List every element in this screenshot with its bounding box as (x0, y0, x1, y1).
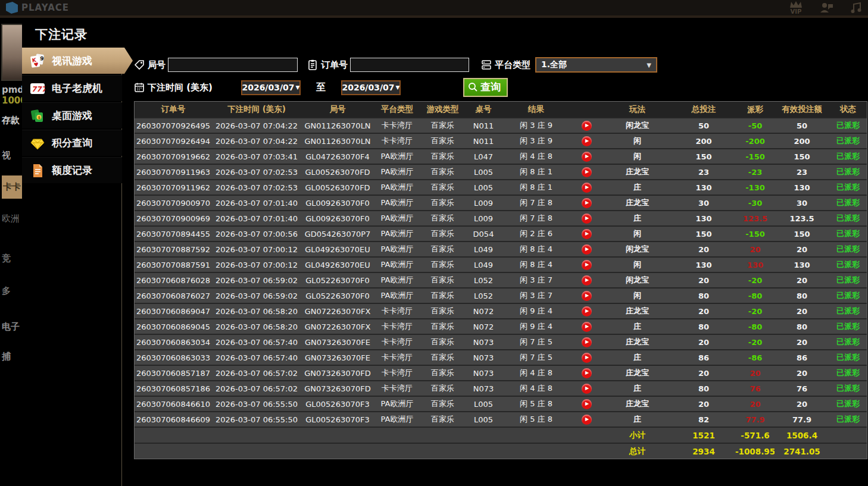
play-video-button[interactable]: ▶ (582, 353, 592, 363)
cell-play-type: 闲龙宝 (603, 117, 672, 133)
play-video-button[interactable]: ▶ (582, 399, 592, 409)
play-video-button[interactable]: ▶ (582, 183, 592, 193)
play-video-button[interactable]: ▶ (582, 198, 592, 208)
sidebar-item-1[interactable]: 9K♥视讯游戏 (22, 48, 133, 74)
cell-result: 闲 5 庄 8 (502, 396, 570, 411)
cell-round-id: GL009263070F0 (301, 195, 374, 210)
cell-order-id: 260307070887592 (135, 241, 212, 256)
date-to-picker[interactable]: 2026/03/07▼ (341, 80, 401, 95)
cell-valid-bet: 20 (775, 334, 829, 349)
play-video-button[interactable]: ▶ (582, 306, 592, 316)
cell-payout: 130 (736, 256, 775, 272)
play-video-button[interactable]: ▶ (582, 214, 592, 224)
play-video-button[interactable]: ▶ (582, 337, 592, 347)
music-icon[interactable] (850, 2, 862, 14)
cell-result: 闲 3 庄 7 (502, 272, 570, 287)
play-video-button[interactable]: ▶ (582, 244, 592, 255)
bet-records-table: 订单号下注时间 (美东)局号平台类型游戏类型桌号结果玩法总投注派彩有效投注额状态… (134, 101, 867, 459)
cell-play-type: 庄 (603, 380, 672, 396)
column-header-valid-bet: 有效投注额 (775, 102, 829, 117)
cell-play-type: 庄龙宝 (603, 396, 672, 411)
cell-play: ▶ (570, 225, 603, 241)
svg-text:9: 9 (39, 55, 44, 62)
play-video-button[interactable]: ▶ (582, 152, 592, 162)
cell-status: 已派彩 (829, 256, 867, 272)
cell-valid-bet: 130 (775, 256, 829, 272)
cell-order-id: 260307070919662 (135, 148, 212, 164)
order-input[interactable] (350, 58, 469, 72)
column-header-game-type: 游戏类型 (420, 102, 465, 117)
cell-table-no: L049 (465, 241, 502, 256)
subtotal-label: 小计 (603, 427, 672, 443)
cell-bet-time: 2026-03-07 06:58:20 (212, 303, 301, 318)
cell-play: ▶ (570, 256, 603, 272)
play-video-button[interactable]: ▶ (582, 384, 592, 394)
vip-icon[interactable]: VIP (789, 1, 803, 15)
play-video-button[interactable]: ▶ (582, 322, 592, 332)
cell-result: 闲 8 庄 1 (502, 164, 570, 179)
cell-result: 闲 9 庄 4 (502, 303, 570, 318)
total-label: 总计 (603, 443, 672, 459)
round-input[interactable] (168, 58, 298, 72)
cell-play-type: 庄龙宝 (603, 365, 672, 380)
date-from-picker[interactable]: 2026/03/07▼ (241, 80, 301, 95)
cell-game-type: 百家乐 (420, 396, 465, 411)
sidebar-item-5[interactable]: 额度记录 (22, 157, 122, 183)
cell-table-no: L005 (465, 396, 502, 411)
cell-status: 已派彩 (829, 380, 867, 396)
cell-total-bet: 80 (672, 318, 736, 334)
top-bar: PLAYACE VIP (0, 0, 868, 18)
cell-status: 已派彩 (829, 195, 867, 210)
cell-result: 闲 5 庄 8 (502, 411, 570, 427)
search-icon (468, 82, 478, 92)
platform-type-select[interactable]: 1.全部 ▼ (535, 57, 657, 73)
play-video-button[interactable]: ▶ (582, 368, 592, 378)
cell-platform-type: PA欧洲厅 (374, 148, 420, 164)
cell-payout: -20 (736, 334, 775, 349)
cell-valid-bet: 80 (775, 318, 829, 334)
cell-status: 已派彩 (829, 179, 867, 195)
sidebar-item-3[interactable]: $桌面游戏 (22, 102, 122, 128)
play-video-button[interactable]: ▶ (582, 229, 592, 239)
cell-order-id: 260307070911963 (135, 164, 212, 179)
cell-play: ▶ (570, 396, 603, 411)
cell-platform-type: PA欧洲厅 (374, 272, 420, 287)
cell-result: 闲 3 庄 7 (502, 287, 570, 303)
play-video-button[interactable]: ▶ (582, 136, 592, 146)
cell-platform-type: 卡卡湾厅 (374, 349, 420, 365)
cell-total-bet: 86 (672, 349, 736, 365)
customer-service-icon[interactable] (819, 2, 833, 14)
play-video-button[interactable]: ▶ (582, 291, 592, 301)
play-video-button[interactable]: ▶ (582, 260, 592, 270)
sidebar-item-4[interactable]: 积分查询 (22, 130, 122, 156)
points-gem-icon (30, 136, 45, 151)
cell-round-id: GN073263070FD (301, 365, 374, 380)
cell-round-id: GN073263070FE (301, 334, 374, 349)
cell-payout: -200 (736, 133, 775, 148)
cell-payout: -150 (736, 148, 775, 164)
cell-game-type: 百家乐 (420, 334, 465, 349)
cell-round-id: GN011263070LN (301, 117, 374, 133)
cell-order-id: 260307060846610 (135, 396, 212, 411)
sidebar-item-label: 积分查询 (52, 136, 92, 150)
cell-bet-time: 2026-03-07 07:02:53 (212, 164, 301, 179)
play-video-button[interactable]: ▶ (582, 415, 592, 425)
cell-payout: 20 (736, 365, 775, 380)
cell-play: ▶ (570, 334, 603, 349)
modal-content: 局号 订单号 平台类型 1.全部 ▼ (122, 48, 868, 486)
cell-status: 已派彩 (829, 287, 867, 303)
cell-valid-bet: 77.9 (775, 411, 829, 427)
platform-filter-label: 平台类型 (481, 59, 530, 71)
cell-valid-bet: 30 (775, 195, 829, 210)
play-video-button[interactable]: ▶ (582, 167, 592, 177)
cell-platform-type: PA欧洲厅 (374, 164, 420, 179)
play-video-button[interactable]: ▶ (582, 275, 592, 286)
play-video-button[interactable]: ▶ (582, 121, 592, 131)
cell-valid-bet: 20 (775, 303, 829, 318)
cell-table-no: N073 (465, 334, 502, 349)
sidebar-item-2[interactable]: 777电子老虎机 (22, 75, 122, 101)
cell-total-bet: 20 (672, 365, 736, 380)
cell-platform-type: 卡卡湾厅 (374, 318, 420, 334)
cell-status: 已派彩 (829, 334, 867, 349)
search-button[interactable]: 查询 (463, 78, 508, 97)
